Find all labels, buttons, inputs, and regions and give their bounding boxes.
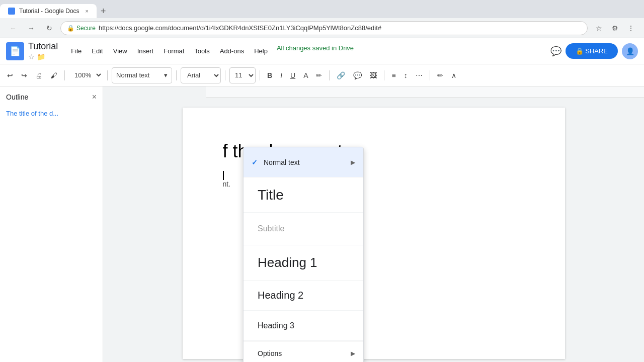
menu-addons[interactable]: Add-ons xyxy=(215,44,249,58)
options-label: Options xyxy=(258,349,351,357)
align-button[interactable]: ≡ xyxy=(388,69,398,81)
ruler xyxy=(206,86,644,98)
line-spacing-button[interactable]: ↕ xyxy=(401,69,411,81)
share-button[interactable]: 🔒 SHARE xyxy=(566,43,618,59)
browser-actions: ☆ ⚙ ⋮ xyxy=(592,21,638,35)
menu-items: File Edit View Insert Format Tools Add-o… xyxy=(66,44,550,58)
dropdown-item-title[interactable]: Title xyxy=(244,177,363,213)
outline-item[interactable]: The title of the d... xyxy=(6,108,97,119)
title-label: Title xyxy=(258,187,355,203)
dropdown-item-normal-text[interactable]: ✓ Normal text ▶ xyxy=(244,147,363,177)
heading3-label: Heading 3 xyxy=(258,321,355,330)
subtitle-label: Subtitle xyxy=(258,224,355,233)
mode-button[interactable]: ✏ xyxy=(434,69,446,81)
more-toolbar-button[interactable]: ⋯ xyxy=(413,69,426,81)
dropdown-item-heading3[interactable]: Heading 3 xyxy=(244,311,363,341)
underline-button[interactable]: U xyxy=(287,69,298,81)
url-text: https://docs.google.com/document/d/1i4lx… xyxy=(99,24,381,32)
menu-insert[interactable]: Insert xyxy=(132,44,159,58)
sidebar-header: Outline × xyxy=(6,93,97,102)
zoom-select[interactable]: 100% xyxy=(69,69,103,81)
comment-button[interactable]: 💬 xyxy=(550,46,561,57)
doc-page-wrapper: f the document. nt. xyxy=(183,108,565,352)
divider-1 xyxy=(64,70,65,80)
back-button[interactable]: ← xyxy=(6,21,20,35)
main-area: Outline × The title of the d... f the do… xyxy=(0,86,644,362)
menu-tools[interactable]: Tools xyxy=(189,44,214,58)
undo-button[interactable]: ↩ xyxy=(4,69,16,81)
menu-help[interactable]: Help xyxy=(249,44,273,58)
italic-button[interactable]: I xyxy=(277,69,285,81)
avatar[interactable]: 👤 xyxy=(622,43,638,59)
reload-button[interactable]: ↻ xyxy=(42,21,56,35)
active-tab[interactable]: Tutorial - Google Docs × xyxy=(0,4,97,18)
bookmark-button[interactable]: ☆ xyxy=(592,21,606,35)
sidebar-title: Outline xyxy=(6,93,28,101)
heading1-label: Heading 1 xyxy=(258,255,355,270)
highlight-button[interactable]: ✏ xyxy=(313,69,325,81)
font-size-select[interactable]: 11 xyxy=(229,67,256,83)
dropdown-item-options[interactable]: Options ▶ xyxy=(244,341,363,362)
style-arrow: ▾ xyxy=(164,71,168,79)
check-mark-normal: ✓ xyxy=(252,158,258,166)
menu-edit[interactable]: Edit xyxy=(87,44,108,58)
more-button[interactable]: ⋮ xyxy=(624,21,638,35)
tab-close-button[interactable]: × xyxy=(86,8,89,14)
heading2-label: Heading 2 xyxy=(258,290,355,301)
doc-title-area: Tutorial ☆ 📁 xyxy=(28,41,58,61)
extensions-button[interactable]: ⚙ xyxy=(608,21,622,35)
normal-text-label: Normal text xyxy=(264,158,351,166)
menubar: 📄 Tutorial ☆ 📁 File Edit View Insert For… xyxy=(0,38,644,64)
menu-file[interactable]: File xyxy=(66,44,87,58)
comment-toolbar-button[interactable]: 💬 xyxy=(350,69,365,81)
dropdown-item-heading1[interactable]: Heading 1 xyxy=(244,245,363,281)
body-text-1: nt. xyxy=(223,180,231,188)
font-select[interactable]: Arial xyxy=(181,67,221,83)
document-area[interactable]: f the document. nt. ✓ Norm xyxy=(103,86,644,362)
tab-title: Tutorial - Google Docs xyxy=(19,8,79,15)
redo-button[interactable]: ↪ xyxy=(18,69,30,81)
doc-subtitle-actions: ☆ 📁 xyxy=(28,53,58,61)
bold-button[interactable]: B xyxy=(264,69,275,81)
document-page[interactable]: f the document. nt. xyxy=(183,108,565,359)
folder-icon[interactable]: 📁 xyxy=(37,53,45,61)
menu-view[interactable]: View xyxy=(108,44,132,58)
collapse-button[interactable]: ∧ xyxy=(448,69,459,81)
google-docs-app: 📄 Tutorial ☆ 📁 File Edit View Insert For… xyxy=(0,38,644,362)
divider-5 xyxy=(260,70,260,80)
new-tab-button[interactable]: + xyxy=(97,6,110,17)
link-button[interactable]: 🔗 xyxy=(334,69,348,81)
print-button[interactable]: 🖨 xyxy=(32,69,45,81)
toolbar: ↩ ↪ 🖨 🖌 100% Normal text ▾ Arial 11 B I … xyxy=(0,64,644,86)
divider-7 xyxy=(384,70,384,80)
sidebar-close-button[interactable]: × xyxy=(92,93,97,102)
divider-2 xyxy=(107,70,108,80)
saved-status: All changes saved in Drive xyxy=(277,44,354,58)
dropdown-item-subtitle[interactable]: Subtitle xyxy=(244,213,363,245)
image-button[interactable]: 🖼 xyxy=(367,69,380,81)
style-label: Normal text xyxy=(116,71,149,79)
text-color-button[interactable]: A xyxy=(300,69,311,81)
address-bar[interactable]: 🔒 Secure https://docs.google.com/documen… xyxy=(60,21,588,35)
tab-bar: Tutorial - Google Docs × + xyxy=(0,0,644,18)
forward-button[interactable]: → xyxy=(24,21,38,35)
secure-label: Secure xyxy=(76,25,96,32)
browser-controls: ← → ↻ 🔒 Secure https://docs.google.com/d… xyxy=(0,18,644,38)
style-dropdown: ✓ Normal text ▶ Title Subtitle He xyxy=(243,147,364,362)
dropdown-item-heading2[interactable]: Heading 2 xyxy=(244,281,363,311)
browser-chrome: Tutorial - Google Docs × + ← → ↻ 🔒 Secur… xyxy=(0,0,644,38)
app-icon: 📄 xyxy=(6,42,24,60)
star-icon[interactable]: ☆ xyxy=(28,53,35,61)
doc-title[interactable]: Tutorial xyxy=(28,41,58,52)
options-arrow: ▶ xyxy=(351,350,355,357)
divider-4 xyxy=(225,70,225,80)
normal-text-arrow: ▶ xyxy=(351,159,355,166)
style-select[interactable]: Normal text ▾ xyxy=(112,67,172,83)
menu-format[interactable]: Format xyxy=(158,44,189,58)
secure-badge: 🔒 Secure xyxy=(67,25,96,32)
paint-format-button[interactable]: 🖌 xyxy=(47,69,60,81)
tab-favicon xyxy=(8,8,15,15)
divider-8 xyxy=(430,70,430,80)
header-actions: 💬 🔒 SHARE 👤 xyxy=(550,43,638,59)
divider-6 xyxy=(329,70,330,80)
